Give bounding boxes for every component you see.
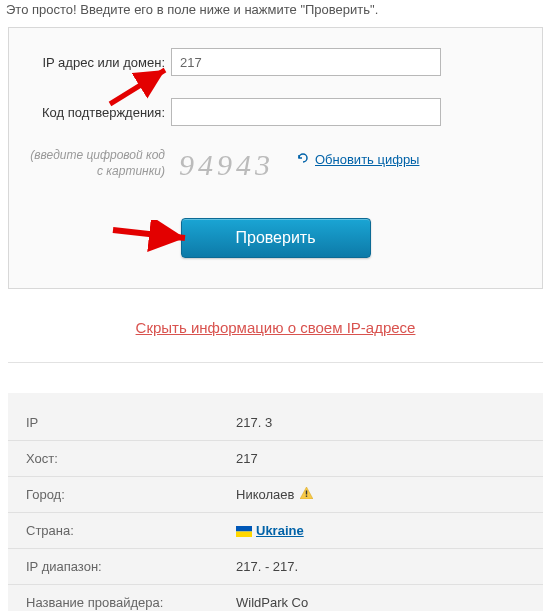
info-label: Страна: [26,523,236,538]
captcha-hint: (введите цифровой код с картинки) [23,148,171,179]
check-button[interactable]: Проверить [181,218,371,258]
code-input[interactable] [171,98,441,126]
info-row: IP диапазон:217. - 217. [8,549,543,585]
flag-ukraine-icon [236,525,252,536]
info-label: Хост: [26,451,236,466]
info-label: IP диапазон: [26,559,236,574]
intro-text: Это просто! Введите его в поле ниже и на… [0,0,551,27]
info-value: Николаев [236,487,313,502]
country-link[interactable]: Ukraine [256,523,304,538]
info-value: 217. - 217. [236,559,298,574]
info-value: WildPark Co [236,595,308,610]
info-label: Город: [26,487,236,502]
lookup-form: IP адрес или домен: Код подтверждения: (… [8,27,543,289]
hide-ip-link[interactable]: Скрыть информацию о своем IP-адресе [136,319,416,336]
svg-rect-1 [306,496,307,497]
captcha-image: 94943 [171,148,282,182]
ip-input[interactable] [171,48,441,76]
code-label: Код подтверждения: [23,105,171,120]
info-value: 217. 3 [236,415,272,430]
warning-icon [300,487,313,502]
info-row: IP217. 3 [8,405,543,441]
info-row: Хост:217 [8,441,543,477]
svg-rect-3 [236,532,252,538]
info-value: Ukraine [236,523,304,538]
info-label: Название провайдера: [26,595,236,610]
svg-rect-2 [236,526,252,532]
info-value: 217 [236,451,258,466]
ip-label: IP адрес или домен: [23,55,171,70]
svg-rect-0 [306,491,307,495]
info-row: Название провайдера:WildPark Co [8,585,543,611]
refresh-icon [296,152,310,167]
info-row: Страна:Ukraine [8,513,543,549]
ip-info-table: IP217. 3Хост:217Город:НиколаевСтрана:Ukr… [8,393,543,611]
refresh-captcha-link[interactable]: Обновить цифры [315,152,419,167]
info-label: IP [26,415,236,430]
info-row: Город:Николаев [8,477,543,513]
